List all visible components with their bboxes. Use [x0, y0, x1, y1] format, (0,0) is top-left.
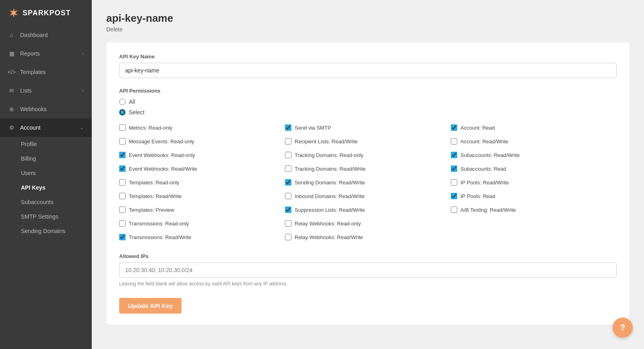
allowed-ips-label: Allowed IPs: [119, 253, 617, 259]
permission-label: Subaccounts: Read: [460, 166, 506, 172]
api-key-form-card: API Key Name API Permissions All Select …: [106, 42, 630, 325]
checkbox-relay-webhooks-read[interactable]: [285, 220, 291, 227]
permission-item: Account: Read: [451, 123, 617, 132]
checkbox-recipient-lists[interactable]: [285, 138, 291, 145]
permission-item: Subaccounts: Read/Write: [451, 150, 617, 160]
checkbox-ab-testing[interactable]: [451, 207, 457, 213]
permission-item: Account: Read/Write: [451, 136, 617, 146]
sidebar-item-account[interactable]: ⚙ Account ⌄: [0, 118, 92, 137]
permission-label: Send via SMTP: [295, 125, 331, 131]
permission-label: Templates: Preview: [129, 207, 174, 213]
sidebar-item-webhooks[interactable]: ⊕ Webhooks: [0, 100, 92, 118]
checkbox-transmissions-read[interactable]: [119, 220, 126, 227]
checkbox-event-webhooks-read[interactable]: [119, 152, 126, 158]
permission-item: Recipient Lists: Read/Write: [285, 136, 451, 146]
chevron-left-icon: ‹: [82, 88, 84, 93]
checkbox-ip-pools-write[interactable]: [451, 179, 457, 186]
permission-label: Relay Webhooks: Read-only: [295, 221, 361, 227]
permission-label: Relay Webhooks: Read/Write: [295, 234, 363, 240]
permission-label: Sending Domains: Read/Write: [295, 180, 365, 186]
permissions-grid: Metrics: Read-onlySend via SMTPAccount: …: [119, 123, 617, 242]
permission-label: Transmissions: Read/Write: [129, 234, 191, 240]
permission-label: IP Pools: Read/Write: [460, 180, 509, 186]
code-icon: </>: [8, 68, 15, 76]
api-key-name-label: API Key Name: [119, 54, 617, 60]
checkbox-account-read[interactable]: [451, 124, 457, 131]
checkbox-ip-pools-read[interactable]: [451, 193, 457, 199]
allowed-ips-section: Allowed IPs Leaving the field blank will…: [119, 253, 617, 287]
checkbox-tracking-domains-write[interactable]: [285, 165, 291, 172]
permission-item: A/B Testing: Read/Write: [451, 205, 617, 215]
sidebar-item-label: Templates: [20, 69, 84, 75]
checkbox-suppression-lists[interactable]: [285, 207, 291, 213]
mail-icon: ✉: [8, 87, 15, 94]
radio-all-input[interactable]: [119, 99, 126, 105]
permission-label: Account: Read/Write: [460, 138, 508, 145]
home-icon: ⌂: [8, 31, 15, 39]
permission-label: Account: Read: [460, 125, 495, 131]
checkbox-inbound-domains[interactable]: [285, 193, 291, 199]
checkbox-subaccounts-read[interactable]: [451, 165, 457, 172]
logo-text: SPARKPOST: [23, 9, 71, 17]
bar-chart-icon: ▦: [8, 50, 15, 57]
chevron-down-icon: ⌄: [80, 125, 84, 130]
radio-select-input[interactable]: [119, 109, 126, 116]
permission-item: [451, 232, 617, 242]
sidebar-sub-item-users[interactable]: Users: [0, 166, 92, 180]
checkbox-tracking-domains-read[interactable]: [285, 152, 291, 158]
radio-select-option[interactable]: Select: [119, 109, 617, 116]
permission-item: Tracking Domains: Read/Write: [285, 164, 451, 173]
sidebar-sub-item-profile[interactable]: Profile: [0, 137, 92, 151]
checkbox-templates-preview[interactable]: [119, 207, 126, 213]
sidebar-sub-item-api-keys[interactable]: API Keys: [0, 180, 92, 195]
allowed-ips-hint: Leaving the field blank will allow acces…: [119, 281, 617, 287]
sidebar-item-reports[interactable]: ▦ Reports ‹: [0, 44, 92, 63]
permission-label: Inbound Domains: Read/Write: [295, 193, 365, 199]
sidebar-item-label: Webhooks: [20, 106, 84, 112]
logo[interactable]: SPARKPOST: [0, 0, 92, 26]
permission-item: Templates: Read/Write: [119, 191, 285, 201]
permission-item: Tracking Domains: Read-only: [285, 150, 451, 160]
sidebar-item-dashboard[interactable]: ⌂ Dashboard: [0, 26, 92, 44]
permission-item: Relay Webhooks: Read-only: [285, 219, 451, 228]
checkbox-event-webhooks-write[interactable]: [119, 165, 126, 172]
main-content: api-key-name Delete API Key Name API Per…: [92, 0, 644, 349]
sidebar-item-label: Dashboard: [20, 32, 84, 38]
permission-item: Suppression Lists: Read/Write: [285, 205, 451, 215]
sidebar-item-label: Lists: [20, 87, 77, 94]
checkbox-transmissions-write[interactable]: [119, 234, 126, 240]
checkbox-sending-domains-write[interactable]: [285, 179, 291, 186]
sidebar-item-templates[interactable]: </> Templates: [0, 63, 92, 81]
permission-label: Subaccounts: Read/Write: [460, 152, 520, 158]
permissions-radio-group: All Select: [119, 99, 617, 116]
help-button[interactable]: ?: [613, 318, 633, 338]
permission-label: Tracking Domains: Read/Write: [295, 166, 365, 172]
delete-link[interactable]: Delete: [106, 26, 630, 33]
sidebar-item-lists[interactable]: ✉ Lists ‹: [0, 81, 92, 100]
sidebar-item-label: Account: [20, 124, 75, 131]
sidebar-sub-item-smtp-settings[interactable]: SMTP Settings: [0, 209, 92, 224]
permission-item: Sending Domains: Read/Write: [285, 178, 451, 187]
globe-icon: ⊕: [8, 105, 15, 113]
checkbox-account-write[interactable]: [451, 138, 457, 145]
api-key-name-input[interactable]: [119, 63, 617, 78]
checkbox-templates-write[interactable]: [119, 193, 126, 199]
checkbox-metrics-read[interactable]: [119, 124, 126, 131]
allowed-ips-input[interactable]: [119, 262, 617, 278]
permission-label: Transmissions: Read-only: [129, 221, 189, 227]
permission-item: Event Webhooks: Read-only: [119, 150, 285, 160]
permission-item: Templates: Read-only: [119, 178, 285, 187]
checkbox-templates-read[interactable]: [119, 179, 126, 186]
checkbox-relay-webhooks-write[interactable]: [285, 234, 291, 240]
permission-label: Recipient Lists: Read/Write: [295, 138, 358, 145]
permission-item: Metrics: Read-only: [119, 123, 285, 132]
checkbox-message-events-read[interactable]: [119, 138, 126, 145]
permission-item: Message Events: Read-only: [119, 136, 285, 146]
radio-all-option[interactable]: All: [119, 99, 617, 105]
checkbox-send-smtp[interactable]: [285, 124, 291, 131]
sidebar-sub-item-sending-domains[interactable]: Sending Domains: [0, 224, 92, 238]
sidebar-sub-item-billing[interactable]: Billing: [0, 151, 92, 166]
sidebar-sub-item-subaccounts[interactable]: Subaccounts: [0, 195, 92, 209]
update-api-key-button[interactable]: Update API Key: [119, 298, 182, 314]
checkbox-subaccounts-write[interactable]: [451, 152, 457, 158]
